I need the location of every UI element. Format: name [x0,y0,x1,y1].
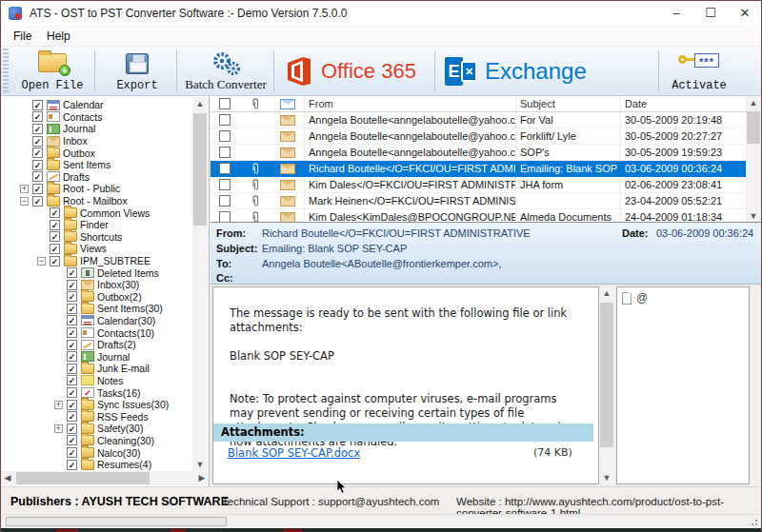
tree-item[interactable]: +✓Safety(30) [1,423,191,435]
scroll-up-icon[interactable]: ▲ [599,286,614,300]
tree-item[interactable]: ✓Cleaning(30) [1,435,191,447]
scroll-down-icon[interactable]: ▼ [746,209,761,223]
folder-checkbox[interactable]: ✓ [50,207,60,218]
from-column-header[interactable]: From [304,96,515,111]
exchange-button[interactable]: E ✕ Exchange [445,50,587,92]
folder-checkbox[interactable]: ✓ [67,327,77,338]
tree-item[interactable]: ✓Nalco(30) [1,446,191,459]
scrollbar-thumb[interactable] [600,303,613,447]
scrollbar-thumb[interactable] [747,111,760,144]
maximize-button[interactable]: ☐ [694,1,727,26]
folder-checkbox[interactable]: ✓ [67,304,77,314]
folder-checkbox[interactable]: ✓ [67,351,77,362]
folder-checkbox[interactable]: ✓ [32,171,43,182]
tree-item[interactable]: ✓Junk E-mail [1,363,191,375]
message-body-panel[interactable]: The message is ready to be sent with the… [212,286,599,484]
tree-item[interactable]: ✓Views [1,243,191,255]
folder-checkbox[interactable]: ✓ [67,460,77,470]
mail-row[interactable]: Kim Dales</O=FKCI/OU=FIRST ADMINISTRATIV… [211,177,761,193]
menu-help[interactable]: Help [43,29,74,44]
tree-item[interactable]: ✓Sent Items [1,159,191,171]
folder-checkbox[interactable]: ✓ [67,280,77,290]
folder-checkbox[interactable]: ✓ [67,447,77,458]
tree-item[interactable]: ✓Sent Items(30) [1,303,191,315]
folder-checkbox[interactable]: ✓ [67,267,77,278]
tree-item[interactable]: ✓Deleted Items [1,266,191,279]
resize-grip-icon[interactable] [750,518,758,526]
tree-item[interactable]: ✓Journal [1,350,191,363]
scroll-up-icon[interactable]: ▲ [192,97,208,110]
folder-checkbox[interactable]: ✓ [32,136,43,147]
mail-checkbox[interactable] [219,195,231,207]
folder-checkbox[interactable]: ✓ [32,196,43,207]
tree-item[interactable]: ✓Calendar(30) [1,315,191,327]
tree-item[interactable]: ✓Drafts(2) [1,339,191,351]
tree-item[interactable]: ✓Contacts [1,111,191,124]
tree-item[interactable]: ✓Common Views [1,207,191,219]
folder-checkbox[interactable]: ✓ [67,424,77,434]
folder-checkbox[interactable]: ✓ [50,244,60,254]
minimize-button[interactable]: – [660,1,692,26]
folder-checkbox[interactable]: ✓ [67,387,77,398]
scrollbar-thumb[interactable] [193,113,207,226]
mail-checkbox[interactable] [219,179,231,190]
folder-checkbox[interactable]: ✓ [67,411,77,422]
tree-item[interactable]: ✓Notes [1,375,191,387]
folder-checkbox[interactable]: ✓ [67,291,77,302]
scroll-up-icon[interactable]: ▲ [746,96,761,109]
scroll-down-icon[interactable]: ▼ [599,471,614,484]
folder-checkbox[interactable]: ✓ [67,364,77,374]
folder-checkbox[interactable]: ✓ [32,100,43,110]
close-button[interactable]: ✕ [729,1,761,26]
open-file-button[interactable]: + Open File [14,49,90,94]
tree-item[interactable]: ✓Shortcuts [1,231,191,244]
tree-item[interactable]: +✓Root - Public [1,183,191,195]
attachment-link[interactable]: Blank SOP SEY-CAP.docx [228,446,360,460]
attachment-list-panel[interactable]: @ [616,286,750,484]
mail-checkbox[interactable] [219,211,231,223]
folder-checkbox[interactable]: ✓ [32,184,43,194]
tree-item[interactable]: ✓Inbox(30) [1,279,191,291]
folder-checkbox[interactable]: ✓ [50,220,60,230]
mail-checkbox[interactable] [219,130,231,142]
mail-vertical-scrollbar[interactable]: ▲ ▼ [746,96,761,223]
menu-file[interactable]: File [10,29,35,44]
tree-horizontal-scrollbar[interactable]: ◀ ▶ [1,471,209,485]
tree-item[interactable]: −✓Root - Mailbox [1,195,191,207]
message-column-header[interactable] [271,99,304,109]
batch-converter-button[interactable]: Batch Converter [182,49,270,94]
date-column-header[interactable]: Date [620,96,744,111]
tree-item[interactable]: ✓Journal [1,123,191,135]
tree-item[interactable]: ✓Finder [1,219,191,231]
mail-row[interactable]: Richard Boutelle</O=FKCI/OU=FIRST ADMINI… [211,161,761,177]
folder-checkbox[interactable]: ✓ [67,340,77,350]
tree-item[interactable]: ✓Calendar [1,99,191,111]
expander-minus-icon[interactable]: − [20,197,29,206]
folder-checkbox[interactable]: ✓ [32,124,43,134]
expander-plus-icon[interactable]: + [54,424,63,433]
mail-checkbox[interactable] [219,147,231,158]
activate-button[interactable]: *** Activate [666,49,732,94]
tree-vertical-scrollbar[interactable]: ▲ ▼ [192,97,208,471]
expander-plus-icon[interactable]: + [20,185,29,193]
select-all-checkbox[interactable] [219,98,231,109]
tree-item[interactable]: ✓Outbox [1,147,191,159]
tree-item[interactable]: ✓Drafts [1,171,191,184]
tree-item[interactable]: ✓Contacts(10) [1,326,191,339]
attachment-column-header[interactable] [239,98,271,110]
tree-item[interactable]: ✓✓Tasks(16) [1,386,191,399]
tree-item[interactable]: +✓Sync Issues(30) [1,399,191,411]
folder-checkbox[interactable]: ✓ [32,148,43,158]
tree-item[interactable]: ✓RSS Feeds [1,410,191,423]
tree-item[interactable]: ✓Inbox [1,135,191,148]
expander-minus-icon[interactable]: − [37,257,46,266]
folder-checkbox[interactable]: ✓ [67,400,77,410]
folder-checkbox[interactable]: ✓ [67,435,77,445]
tree-item[interactable]: ✓Resumes(4) [1,459,191,471]
tree-item[interactable]: −✓IPM_SUBTREE [1,255,191,267]
folder-checkbox[interactable]: ✓ [50,256,60,266]
scrollbar-thumb[interactable] [16,472,150,484]
scroll-down-icon[interactable]: ▼ [192,458,208,471]
mail-row[interactable]: Mark Heinen</O=FKCI/OU=FIRST ADMINISTRAT… [211,193,761,209]
expander-plus-icon[interactable]: + [54,401,63,409]
